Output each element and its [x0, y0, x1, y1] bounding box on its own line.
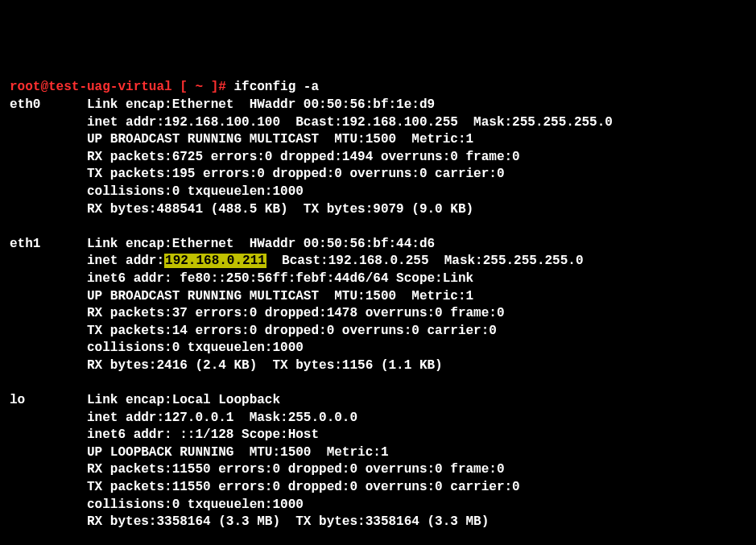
eth0-rx-packets: RX packets:6725 errors:0 dropped:1494 ov…	[87, 150, 520, 164]
lo-bytes: RX bytes:3358164 (3.3 MB) TX bytes:33581…	[87, 514, 489, 529]
eth1-bytes: RX bytes:2416 (2.4 KB) TX bytes:1156 (1.…	[87, 358, 443, 373]
lo-collisions: collisions:0 txqueuelen:1000	[87, 498, 304, 512]
eth1-inet-post: Bcast:192.168.0.255 Mask:255.255.255.0	[266, 254, 584, 268]
iface-eth0-name: eth0	[10, 97, 40, 112]
shell-prompt: root@test-uag-virtual [ ~ ]#	[10, 80, 226, 94]
eth1-inet-pre: inet addr:	[87, 254, 164, 268]
eth0-encap: Link encap:Ethernet HWaddr 00:50:56:bf:1…	[87, 97, 435, 112]
lo-flags: UP LOOPBACK RUNNING MTU:1500 Metric:1	[87, 445, 388, 460]
eth0-tx-packets: TX packets:195 errors:0 dropped:0 overru…	[87, 167, 504, 181]
lo-encap: Link encap:Local Loopback	[87, 393, 280, 407]
iface-lo-name: lo	[10, 393, 25, 407]
eth1-encap: Link encap:Ethernet HWaddr 00:50:56:bf:4…	[87, 237, 435, 251]
eth1-flags: UP BROADCAST RUNNING MULTICAST MTU:1500 …	[87, 289, 473, 303]
eth1-inet6: inet6 addr: fe80::250:56ff:febf:44d6/64 …	[87, 271, 473, 286]
iface-eth1-name: eth1	[10, 237, 40, 251]
eth1-rx-packets: RX packets:37 errors:0 dropped:1478 over…	[87, 306, 504, 320]
lo-rx-packets: RX packets:11550 errors:0 dropped:0 over…	[87, 462, 504, 477]
eth0-flags: UP BROADCAST RUNNING MULTICAST MTU:1500 …	[87, 132, 473, 147]
eth1-inet-ip-highlight: 192.168.0.211	[164, 254, 266, 268]
terminal-output: root@test-uag-virtual [ ~ ]# ifconfig -a…	[10, 79, 746, 545]
eth0-inet: inet addr:192.168.100.100 Bcast:192.168.…	[87, 115, 613, 130]
lo-tx-packets: TX packets:11550 errors:0 dropped:0 over…	[87, 480, 520, 494]
eth1-collisions: collisions:0 txqueuelen:1000	[87, 341, 304, 355]
eth1-tx-packets: TX packets:14 errors:0 dropped:0 overrun…	[87, 324, 497, 338]
eth0-collisions: collisions:0 txqueuelen:1000	[87, 184, 304, 199]
command-input[interactable]: ifconfig -a	[233, 80, 319, 94]
eth0-bytes: RX bytes:488541 (488.5 KB) TX bytes:9079…	[87, 202, 473, 217]
lo-inet6: inet6 addr: ::1/128 Scope:Host	[87, 427, 319, 442]
lo-inet: inet addr:127.0.0.1 Mask:255.0.0.0	[87, 411, 357, 425]
